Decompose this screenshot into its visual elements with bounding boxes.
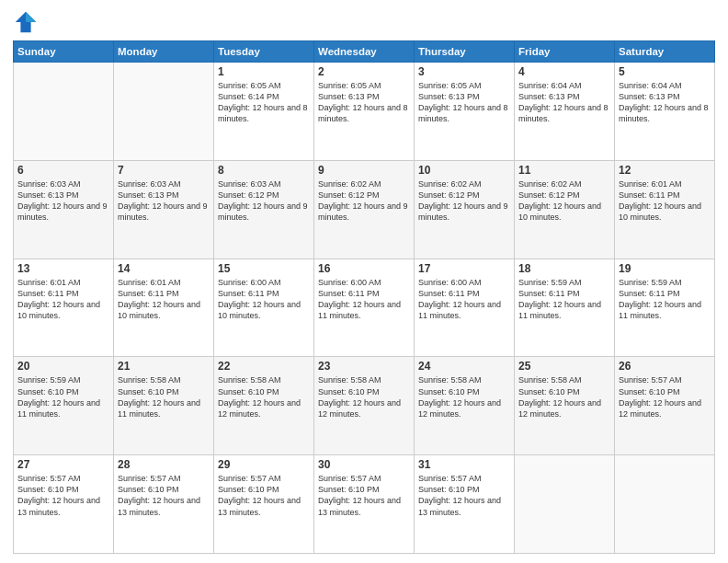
calendar-cell bbox=[515, 455, 615, 554]
calendar-cell: 15Sunrise: 6:00 AM Sunset: 6:11 PM Dayli… bbox=[214, 259, 314, 357]
day-number: 28 bbox=[118, 458, 210, 471]
calendar-cell: 31Sunrise: 5:57 AM Sunset: 6:10 PM Dayli… bbox=[415, 455, 515, 554]
calendar-cell bbox=[14, 63, 114, 161]
day-info: Sunrise: 5:58 AM Sunset: 6:10 PM Dayligh… bbox=[118, 374, 210, 419]
calendar-cell: 6Sunrise: 6:03 AM Sunset: 6:13 PM Daylig… bbox=[14, 160, 114, 259]
day-info: Sunrise: 6:00 AM Sunset: 6:11 PM Dayligh… bbox=[418, 277, 510, 322]
weekday-header-sunday: Sunday bbox=[14, 41, 114, 63]
calendar-cell: 14Sunrise: 6:01 AM Sunset: 6:11 PM Dayli… bbox=[114, 259, 214, 357]
calendar-cell: 9Sunrise: 6:02 AM Sunset: 6:12 PM Daylig… bbox=[314, 160, 415, 259]
calendar-cell: 1Sunrise: 6:05 AM Sunset: 6:14 PM Daylig… bbox=[214, 63, 314, 161]
day-info: Sunrise: 6:05 AM Sunset: 6:13 PM Dayligh… bbox=[318, 80, 410, 125]
day-number: 20 bbox=[17, 360, 109, 373]
day-info: Sunrise: 6:01 AM Sunset: 6:11 PM Dayligh… bbox=[17, 277, 109, 322]
day-number: 4 bbox=[518, 65, 610, 78]
calendar-cell: 30Sunrise: 5:57 AM Sunset: 6:10 PM Dayli… bbox=[314, 455, 415, 554]
day-info: Sunrise: 5:58 AM Sunset: 6:10 PM Dayligh… bbox=[518, 374, 610, 419]
calendar-cell: 13Sunrise: 6:01 AM Sunset: 6:11 PM Dayli… bbox=[14, 259, 114, 357]
day-number: 2 bbox=[318, 65, 410, 78]
day-info: Sunrise: 5:57 AM Sunset: 6:10 PM Dayligh… bbox=[218, 473, 310, 518]
day-number: 1 bbox=[218, 65, 310, 78]
day-number: 19 bbox=[619, 262, 711, 275]
day-info: Sunrise: 6:04 AM Sunset: 6:13 PM Dayligh… bbox=[518, 80, 610, 125]
day-info: Sunrise: 6:05 AM Sunset: 6:14 PM Dayligh… bbox=[218, 80, 310, 125]
calendar-cell: 23Sunrise: 5:58 AM Sunset: 6:10 PM Dayli… bbox=[314, 357, 415, 455]
day-info: Sunrise: 6:00 AM Sunset: 6:11 PM Dayligh… bbox=[318, 277, 410, 322]
header bbox=[13, 9, 715, 35]
day-info: Sunrise: 5:58 AM Sunset: 6:10 PM Dayligh… bbox=[218, 374, 310, 419]
weekday-header-row: SundayMondayTuesdayWednesdayThursdayFrid… bbox=[14, 41, 715, 63]
day-number: 11 bbox=[518, 164, 610, 177]
day-info: Sunrise: 6:02 AM Sunset: 6:12 PM Dayligh… bbox=[318, 178, 410, 224]
weekday-header-tuesday: Tuesday bbox=[214, 41, 314, 63]
calendar-table: SundayMondayTuesdayWednesdayThursdayFrid… bbox=[13, 40, 715, 554]
day-number: 30 bbox=[318, 458, 410, 471]
calendar-cell: 25Sunrise: 5:58 AM Sunset: 6:10 PM Dayli… bbox=[515, 357, 615, 455]
day-info: Sunrise: 5:57 AM Sunset: 6:10 PM Dayligh… bbox=[318, 473, 410, 518]
day-info: Sunrise: 5:57 AM Sunset: 6:10 PM Dayligh… bbox=[619, 374, 711, 419]
page: SundayMondayTuesdayWednesdayThursdayFrid… bbox=[0, 0, 728, 563]
day-number: 15 bbox=[218, 262, 310, 275]
day-info: Sunrise: 5:57 AM Sunset: 6:10 PM Dayligh… bbox=[418, 473, 510, 518]
calendar-cell: 7Sunrise: 6:03 AM Sunset: 6:13 PM Daylig… bbox=[114, 160, 214, 259]
day-number: 29 bbox=[218, 458, 310, 471]
day-info: Sunrise: 5:57 AM Sunset: 6:10 PM Dayligh… bbox=[17, 473, 109, 518]
calendar-week-4: 20Sunrise: 5:59 AM Sunset: 6:10 PM Dayli… bbox=[14, 357, 715, 455]
day-info: Sunrise: 5:59 AM Sunset: 6:10 PM Dayligh… bbox=[17, 374, 109, 419]
calendar-week-3: 13Sunrise: 6:01 AM Sunset: 6:11 PM Dayli… bbox=[14, 259, 715, 357]
calendar-cell: 28Sunrise: 5:57 AM Sunset: 6:10 PM Dayli… bbox=[114, 455, 214, 554]
day-number: 12 bbox=[619, 164, 711, 177]
day-number: 14 bbox=[118, 262, 210, 275]
day-number: 25 bbox=[518, 360, 610, 373]
day-number: 13 bbox=[17, 262, 109, 275]
day-number: 3 bbox=[418, 65, 510, 78]
calendar-cell: 18Sunrise: 5:59 AM Sunset: 6:11 PM Dayli… bbox=[515, 259, 615, 357]
calendar-cell: 12Sunrise: 6:01 AM Sunset: 6:11 PM Dayli… bbox=[615, 160, 715, 259]
day-number: 16 bbox=[318, 262, 410, 275]
day-info: Sunrise: 6:02 AM Sunset: 6:12 PM Dayligh… bbox=[418, 178, 510, 224]
day-number: 18 bbox=[518, 262, 610, 275]
calendar-cell: 11Sunrise: 6:02 AM Sunset: 6:12 PM Dayli… bbox=[515, 160, 615, 259]
calendar-cell: 21Sunrise: 5:58 AM Sunset: 6:10 PM Dayli… bbox=[114, 357, 214, 455]
calendar-week-5: 27Sunrise: 5:57 AM Sunset: 6:10 PM Dayli… bbox=[14, 455, 715, 554]
day-info: Sunrise: 5:58 AM Sunset: 6:10 PM Dayligh… bbox=[318, 374, 410, 419]
calendar-cell bbox=[615, 455, 715, 554]
calendar-cell: 16Sunrise: 6:00 AM Sunset: 6:11 PM Dayli… bbox=[314, 259, 415, 357]
day-info: Sunrise: 6:00 AM Sunset: 6:11 PM Dayligh… bbox=[218, 277, 310, 322]
day-number: 5 bbox=[619, 65, 711, 78]
weekday-header-wednesday: Wednesday bbox=[314, 41, 415, 63]
day-number: 10 bbox=[418, 164, 510, 177]
day-number: 26 bbox=[619, 360, 711, 373]
day-info: Sunrise: 6:04 AM Sunset: 6:13 PM Dayligh… bbox=[619, 80, 711, 125]
day-info: Sunrise: 5:59 AM Sunset: 6:11 PM Dayligh… bbox=[619, 277, 711, 322]
svg-marker-1 bbox=[26, 12, 36, 22]
calendar-cell: 26Sunrise: 5:57 AM Sunset: 6:10 PM Dayli… bbox=[615, 357, 715, 455]
calendar-week-2: 6Sunrise: 6:03 AM Sunset: 6:13 PM Daylig… bbox=[14, 160, 715, 259]
calendar-cell: 2Sunrise: 6:05 AM Sunset: 6:13 PM Daylig… bbox=[314, 63, 415, 161]
day-number: 21 bbox=[118, 360, 210, 373]
day-number: 24 bbox=[418, 360, 510, 373]
calendar-cell: 20Sunrise: 5:59 AM Sunset: 6:10 PM Dayli… bbox=[14, 357, 114, 455]
day-number: 27 bbox=[17, 458, 109, 471]
calendar-cell: 29Sunrise: 5:57 AM Sunset: 6:10 PM Dayli… bbox=[214, 455, 314, 554]
day-info: Sunrise: 5:57 AM Sunset: 6:10 PM Dayligh… bbox=[118, 473, 210, 518]
calendar-cell: 3Sunrise: 6:05 AM Sunset: 6:13 PM Daylig… bbox=[415, 63, 515, 161]
calendar-cell: 4Sunrise: 6:04 AM Sunset: 6:13 PM Daylig… bbox=[515, 63, 615, 161]
day-info: Sunrise: 6:02 AM Sunset: 6:12 PM Dayligh… bbox=[518, 178, 610, 224]
day-number: 31 bbox=[418, 458, 510, 471]
day-number: 6 bbox=[17, 164, 109, 177]
calendar-week-1: 1Sunrise: 6:05 AM Sunset: 6:14 PM Daylig… bbox=[14, 63, 715, 161]
calendar-cell: 17Sunrise: 6:00 AM Sunset: 6:11 PM Dayli… bbox=[415, 259, 515, 357]
calendar-cell: 24Sunrise: 5:58 AM Sunset: 6:10 PM Dayli… bbox=[415, 357, 515, 455]
weekday-header-thursday: Thursday bbox=[415, 41, 515, 63]
day-info: Sunrise: 6:03 AM Sunset: 6:12 PM Dayligh… bbox=[218, 178, 310, 224]
day-info: Sunrise: 5:58 AM Sunset: 6:10 PM Dayligh… bbox=[418, 374, 510, 419]
day-info: Sunrise: 6:01 AM Sunset: 6:11 PM Dayligh… bbox=[619, 178, 711, 224]
day-info: Sunrise: 6:01 AM Sunset: 6:11 PM Dayligh… bbox=[118, 277, 210, 322]
calendar-cell: 10Sunrise: 6:02 AM Sunset: 6:12 PM Dayli… bbox=[415, 160, 515, 259]
day-number: 8 bbox=[218, 164, 310, 177]
calendar-cell bbox=[114, 63, 214, 161]
day-info: Sunrise: 6:03 AM Sunset: 6:13 PM Dayligh… bbox=[118, 178, 210, 224]
calendar-cell: 22Sunrise: 5:58 AM Sunset: 6:10 PM Dayli… bbox=[214, 357, 314, 455]
logo-icon bbox=[13, 9, 39, 35]
